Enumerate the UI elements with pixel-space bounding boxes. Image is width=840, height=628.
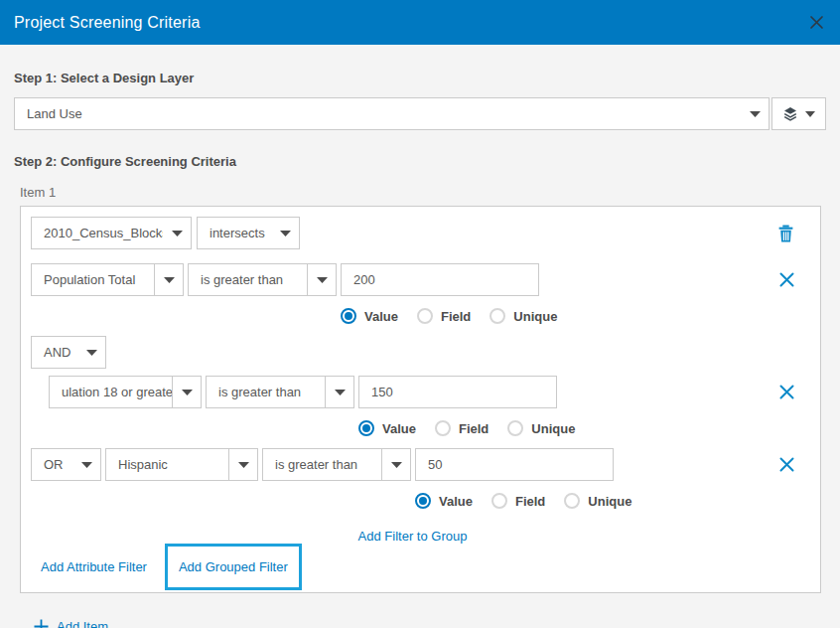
- add-attribute-filter-link[interactable]: Add Attribute Filter: [41, 559, 147, 574]
- field-select[interactable]: Hispanic: [105, 448, 258, 481]
- radio-selected-icon: [358, 420, 374, 436]
- dialog-header: Project Screening Criteria: [0, 0, 840, 45]
- radio-field[interactable]: Field: [417, 308, 471, 324]
- grouped-filter-row: ulation 18 or greater is greater than: [49, 376, 794, 408]
- value-mode-radio-group: Value Field Unique: [358, 420, 794, 436]
- layer-options-button[interactable]: [771, 97, 826, 130]
- logic-operator-select-value: AND: [32, 345, 77, 360]
- close-x-icon: [779, 385, 794, 399]
- chevron-down-icon: [163, 231, 191, 236]
- chevron-down-icon: [77, 350, 105, 356]
- grouped-filter-row: OR Hispanic is greater than: [31, 448, 794, 481]
- chevron-down-icon: [173, 390, 201, 395]
- operator-select-value: is greater than: [207, 385, 325, 399]
- add-filter-to-group-link[interactable]: Add Filter to Group: [358, 529, 468, 544]
- chevron-down-icon: [308, 277, 336, 283]
- step1-label: Step 1: Select a Design Layer: [14, 71, 826, 85]
- layers-icon: [782, 106, 798, 122]
- chevron-down-icon: [155, 277, 183, 283]
- radio-unselected-icon: [490, 308, 505, 324]
- filter-value-input[interactable]: [415, 448, 614, 481]
- close-x-icon: [779, 457, 794, 472]
- radio-unique-label: Unique: [588, 494, 631, 509]
- dialog-title: Project Screening Criteria: [14, 14, 201, 32]
- radio-unique[interactable]: Unique: [564, 493, 631, 509]
- spatial-relation-select[interactable]: intersects: [197, 217, 300, 249]
- item-panel: 2010_Census_Blocks intersects: [20, 206, 821, 593]
- radio-value[interactable]: Value: [341, 308, 398, 324]
- radio-field[interactable]: Field: [435, 420, 489, 436]
- radio-selected-icon: [415, 493, 431, 509]
- radio-value-label: Value: [382, 421, 416, 436]
- screening-layer-select[interactable]: 2010_Census_Blocks: [31, 217, 192, 249]
- close-x-icon: [779, 272, 794, 287]
- radio-field-label: Field: [515, 494, 545, 509]
- spatial-filter-row: 2010_Census_Blocks intersects: [31, 217, 794, 249]
- add-item-button[interactable]: Add Item: [34, 619, 826, 628]
- add-grouped-filter-link[interactable]: Add Grouped Filter: [179, 559, 288, 574]
- step2-label: Step 2: Configure Screening Criteria: [14, 154, 826, 169]
- radio-value-label: Value: [364, 309, 398, 324]
- radio-unselected-icon: [435, 420, 451, 436]
- close-icon[interactable]: [809, 15, 824, 30]
- chevron-down-icon: [271, 231, 299, 236]
- radio-unselected-icon: [417, 308, 433, 324]
- trash-icon: [777, 225, 794, 242]
- radio-field-label: Field: [441, 309, 471, 324]
- value-mode-radio-group: Value Field Unique: [341, 308, 794, 324]
- radio-value[interactable]: Value: [415, 493, 473, 509]
- operator-select[interactable]: is greater than: [188, 263, 337, 296]
- operator-select-value: is greater than: [189, 272, 307, 287]
- chevron-down-icon: [229, 462, 257, 468]
- field-select-value: ulation 18 or greater: [50, 385, 172, 399]
- radio-unique[interactable]: Unique: [490, 308, 557, 324]
- spatial-relation-select-value: intersects: [198, 226, 271, 240]
- add-item-label: Add Item: [57, 619, 108, 628]
- add-grouped-filter-highlight: Add Grouped Filter: [165, 544, 302, 590]
- remove-filter-button[interactable]: [779, 272, 794, 287]
- design-layer-select[interactable]: Land Use: [14, 97, 770, 130]
- plus-icon: [34, 619, 49, 628]
- design-layer-select-value: Land Use: [15, 106, 741, 121]
- logic-operator-select[interactable]: AND: [31, 336, 106, 369]
- value-mode-radio-group: Value Field Unique: [415, 493, 794, 509]
- operator-select[interactable]: is greater than: [206, 376, 354, 408]
- radio-field[interactable]: Field: [491, 493, 545, 509]
- field-select[interactable]: Population Total: [31, 263, 184, 296]
- chevron-down-icon: [382, 462, 410, 468]
- radio-value-label: Value: [439, 494, 473, 509]
- chevron-down-icon: [805, 111, 815, 117]
- logic-operator-select-value: OR: [32, 457, 72, 472]
- field-select-value: Population Total: [32, 272, 154, 287]
- attribute-filter-row: Population Total is greater than: [31, 263, 794, 296]
- filter-value-input[interactable]: [341, 263, 539, 296]
- design-layer-row: Land Use: [14, 97, 826, 130]
- add-filter-to-group-row: Add Filter to Group: [31, 529, 794, 544]
- field-select[interactable]: ulation 18 or greater: [49, 376, 202, 408]
- chevron-down-icon: [741, 111, 769, 117]
- filter-value-input[interactable]: [358, 376, 557, 408]
- radio-field-label: Field: [459, 421, 489, 436]
- screening-layer-select-value: 2010_Census_Blocks: [32, 226, 163, 240]
- radio-unselected-icon: [507, 420, 523, 436]
- chevron-down-icon: [72, 462, 100, 468]
- operator-select[interactable]: is greater than: [262, 448, 411, 481]
- radio-unselected-icon: [564, 493, 580, 509]
- project-screening-criteria-dialog: Project Screening Criteria Step 1: Selec…: [0, 0, 840, 628]
- remove-filter-button[interactable]: [779, 385, 794, 399]
- dialog-body: Step 1: Select a Design Layer Land Use: [0, 45, 840, 628]
- radio-value[interactable]: Value: [358, 420, 416, 436]
- field-select-value: Hispanic: [106, 457, 228, 472]
- radio-unique-label: Unique: [531, 421, 575, 436]
- remove-filter-button[interactable]: [779, 457, 794, 472]
- delete-item-button[interactable]: [777, 225, 794, 242]
- radio-unique[interactable]: Unique: [507, 420, 575, 436]
- chevron-down-icon: [326, 390, 353, 395]
- item-label: Item 1: [20, 185, 826, 200]
- radio-unique-label: Unique: [513, 309, 557, 324]
- radio-selected-icon: [341, 308, 356, 324]
- logic-operator-select[interactable]: OR: [31, 448, 101, 481]
- operator-select-value: is greater than: [263, 457, 381, 472]
- filter-links-row: Add Attribute Filter Add Grouped Filter: [31, 544, 794, 590]
- radio-unselected-icon: [491, 493, 507, 509]
